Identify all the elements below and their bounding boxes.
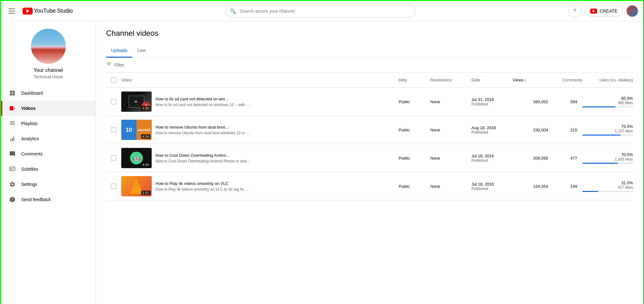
feedback-label: Send feedback (21, 197, 51, 202)
feedback-icon (9, 196, 16, 203)
row-checkbox-3[interactable] (111, 155, 117, 161)
video-cell: ? 4:50 How to fix sd card not detected o… (121, 92, 399, 112)
likes-cell: 70.5% 1,935 likes (582, 152, 633, 164)
row-checkbox-col (106, 99, 121, 104)
sidebar-item-settings[interactable]: Settings (1, 177, 96, 192)
svg-rect-3 (10, 123, 15, 124)
header-likes: Likes (vs. dislikes) (582, 78, 633, 82)
thumbnail-wrap: 1:51 (121, 176, 152, 196)
help-button[interactable]: ? (568, 5, 581, 17)
search-wrapper: 🔍 (225, 5, 415, 17)
create-label: CREATE (600, 9, 617, 14)
svg-rect-0 (10, 106, 14, 110)
tab-live[interactable]: Live (132, 44, 151, 58)
comments-icon (9, 150, 16, 158)
select-all-checkbox[interactable] (111, 77, 117, 83)
date-status: Published (471, 130, 513, 135)
playlists-label: Playlists (21, 121, 37, 126)
video-description: How to Play 4k videos smoothly on VLC or… (155, 187, 250, 192)
analytics-icon (9, 135, 16, 142)
likes-percentage: 70.5% (582, 152, 633, 157)
comments-label: Comments (21, 151, 43, 156)
header-visibility: bility (399, 78, 430, 82)
likes-bar (582, 163, 633, 164)
filter-icon (106, 61, 112, 68)
comments-cell: 149 (551, 184, 582, 189)
thumbnail-wrap: ? 4:50 (121, 92, 152, 112)
likes-cell: 65.9% 962 likes (582, 96, 633, 107)
create-button[interactable]: CREATE (585, 6, 623, 16)
duration-badge: 4:50 (141, 106, 150, 111)
svg-rect-7 (12, 138, 13, 141)
row-checkbox-col (106, 183, 121, 189)
row-checkbox-2[interactable] (111, 127, 117, 133)
avatar-image (31, 29, 66, 64)
sidebar-item-comments[interactable]: Comments (1, 146, 96, 162)
likes-bar (582, 135, 633, 136)
video-description: How to remove Ubuntu from dual boot wind… (155, 131, 250, 135)
sidebar-item-feedback[interactable]: Send feedback (1, 192, 96, 207)
tabs: Uploads Live (106, 44, 633, 58)
video-title: How to remove Ubuntu from dual boot... (155, 125, 250, 130)
header-video: Video (121, 75, 399, 85)
row-checkbox-4[interactable] (111, 183, 117, 189)
video-list: ? 4:50 How to fix sd card not detected o… (106, 88, 633, 200)
svg-rect-4 (10, 124, 13, 125)
sidebar-item-subtitles[interactable]: Subtitles (1, 162, 96, 177)
nav-right: ? CREATE (568, 5, 638, 17)
date-cell: Aug 18, 2016 Published (471, 125, 513, 135)
search-bar: 🔍 (73, 5, 569, 17)
duration-badge: 4:04 (141, 162, 150, 167)
date-main: Jul 18, 2016 (471, 182, 513, 187)
page-title: Channel videos (106, 29, 633, 38)
user-avatar[interactable] (627, 5, 638, 17)
date-cell: Jul 18, 2016 Published (471, 154, 513, 163)
sidebar-nav: Dashboard Videos Playlists Analytics (1, 86, 96, 207)
date-cell: Jul 18, 2016 Published (471, 182, 513, 191)
settings-icon (9, 180, 16, 188)
likes-percentage: 75.5% (582, 124, 633, 129)
comments-cell: 284 (551, 99, 582, 104)
restrictions-cell: None (430, 156, 471, 161)
row-checkbox-1[interactable] (111, 99, 117, 104)
channel-avatar[interactable] (31, 29, 66, 64)
video-cell: 1:51 How to Play 4k videos smoothly on V… (121, 176, 399, 196)
header-views[interactable]: Views ↓ (513, 78, 551, 82)
sort-arrow-icon: ↓ (525, 78, 527, 82)
hamburger-menu[interactable] (6, 6, 17, 16)
restrictions-cell: None (430, 128, 471, 132)
likes-fill (582, 106, 616, 107)
sidebar-item-dashboard[interactable]: Dashboard (1, 86, 96, 101)
video-title: How to fix sd card not detected on win..… (155, 97, 250, 101)
sidebar-item-playlists[interactable]: Playlists (1, 116, 96, 131)
visibility-cell: Public (399, 128, 430, 132)
nav-left: YouTube Studio (6, 6, 73, 16)
likes-count: 1,935 likes (582, 157, 633, 162)
search-icon: 🔍 (230, 8, 236, 14)
thumbnail-wrap: 🤖 4:04 (121, 148, 152, 168)
video-info: How to remove Ubuntu from dual boot... H… (155, 125, 399, 135)
table-row: ? 4:50 How to fix sd card not detected o… (106, 88, 633, 116)
table-header: Video bility Restrictions Date Views ↓ C… (106, 73, 633, 88)
sidebar-item-analytics[interactable]: Analytics (1, 131, 96, 146)
likes-bar (582, 106, 633, 107)
table-row: 🤖 4:04 How to Cool Down Overheating Andr… (106, 144, 633, 172)
videos-icon (9, 104, 16, 112)
video-cell: 10 ubuntu® 4:54 How to remove Ubuntu fro… (121, 120, 399, 140)
search-input[interactable] (225, 5, 415, 17)
date-cell: Jul 31, 2016 Published (471, 97, 513, 106)
video-title: How to Play 4k videos smoothly on VLC (155, 181, 250, 186)
likes-cell: 75.5% 1,107 likes (582, 124, 633, 136)
sidebar-item-videos[interactable]: Videos (1, 101, 96, 116)
video-cell: 🤖 4:04 How to Cool Down Overheating Andr… (121, 148, 399, 168)
video-description: How to fix sd card not detected on windo… (155, 103, 250, 107)
video-info: How to Play 4k videos smoothly on VLC Ho… (155, 181, 399, 192)
settings-label: Settings (21, 182, 37, 187)
header-checkbox-col (106, 77, 121, 83)
views-cell: 230,004 (513, 128, 551, 132)
date-status: Published (471, 102, 513, 106)
channel-name: Your channel (34, 67, 63, 73)
playlists-icon (9, 120, 16, 127)
tab-uploads[interactable]: Uploads (106, 44, 132, 58)
row-checkbox-col (106, 127, 121, 133)
